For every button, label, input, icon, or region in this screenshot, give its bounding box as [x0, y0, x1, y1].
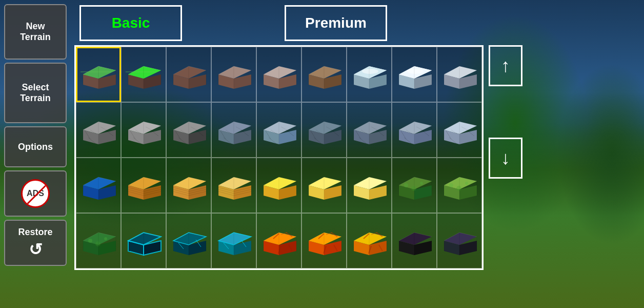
- svg-point-44: [362, 69, 378, 74]
- svg-point-234: [465, 182, 468, 185]
- terrain-cell-5[interactable]: [301, 47, 347, 102]
- scroll-up-button[interactable]: ↑: [489, 45, 522, 86]
- terrain-cell-6[interactable]: [347, 47, 392, 102]
- sidebar: NewTerrain SelectTerrain Options ADS Res…: [0, 0, 71, 308]
- svg-point-225: [420, 182, 423, 185]
- terrain-cell-35[interactable]: [437, 213, 482, 268]
- terrain-cell-21[interactable]: [211, 158, 256, 213]
- terrain-cell-8[interactable]: [437, 47, 482, 102]
- terrain-cell-27[interactable]: [76, 213, 121, 268]
- terrain-cell-32[interactable]: [301, 213, 347, 268]
- terrain-cell-2[interactable]: [166, 47, 211, 102]
- terrain-cell-33[interactable]: [347, 213, 392, 268]
- terrain-cell-25[interactable]: [392, 158, 437, 213]
- svg-point-233: [449, 183, 453, 187]
- terrain-cell-0[interactable]: [76, 47, 121, 102]
- svg-point-235: [456, 186, 461, 191]
- terrain-cell-20[interactable]: [166, 158, 211, 213]
- terrain-cell-34[interactable]: [392, 213, 437, 268]
- tab-basic[interactable]: Basic: [79, 5, 182, 41]
- no-ads-button[interactable]: ADS: [4, 170, 67, 217]
- svg-point-242: [88, 239, 92, 243]
- terrain-cell-9[interactable]: [76, 102, 121, 158]
- terrain-cell-17[interactable]: [437, 102, 482, 158]
- terrain-cell-22[interactable]: [256, 158, 301, 213]
- new-terrain-button[interactable]: NewTerrain: [4, 4, 67, 60]
- svg-rect-12: [126, 71, 157, 72]
- down-arrow-icon: ↓: [501, 147, 510, 169]
- terrain-cell-28[interactable]: [121, 213, 166, 268]
- terrain-cell-31[interactable]: [256, 213, 301, 268]
- terrain-cell-12[interactable]: [211, 102, 256, 158]
- nav-arrows: ↑ ↓: [489, 45, 522, 179]
- tab-premium[interactable]: Premium: [285, 5, 387, 41]
- terrain-cell-4[interactable]: [256, 47, 301, 102]
- terrain-cell-30[interactable]: [211, 213, 256, 268]
- options-label: Options: [18, 142, 53, 152]
- select-terrain-label: SelectTerrain: [20, 82, 51, 104]
- tab-bar: Basic Premium: [74, 5, 639, 41]
- svg-point-243: [104, 237, 107, 240]
- terrain-cell-26[interactable]: [437, 158, 482, 213]
- terrain-cell-16[interactable]: [392, 102, 437, 158]
- ads-icon: ADS: [21, 179, 50, 208]
- up-arrow-icon: ↑: [501, 55, 510, 76]
- select-terrain-button[interactable]: SelectTerrain: [4, 63, 67, 123]
- terrain-cell-7[interactable]: [392, 47, 437, 102]
- new-terrain-label: NewTerrain: [20, 21, 51, 43]
- tab-premium-label: Premium: [305, 15, 367, 31]
- terrain-cell-11[interactable]: [166, 102, 211, 158]
- svg-point-226: [411, 186, 416, 191]
- terrain-cell-23[interactable]: [301, 158, 347, 213]
- tab-basic-label: Basic: [112, 15, 150, 31]
- terrain-cell-29[interactable]: [166, 213, 211, 268]
- terrain-cell-13[interactable]: [256, 102, 301, 158]
- svg-point-224: [404, 183, 408, 187]
- terrain-cell-1[interactable]: [121, 47, 166, 102]
- terrain-grid: [74, 45, 484, 270]
- restore-icon: ↺: [29, 240, 43, 259]
- svg-point-244: [95, 241, 100, 246]
- terrain-cell-19[interactable]: [121, 158, 166, 213]
- terrain-cell-14[interactable]: [301, 102, 347, 158]
- svg-point-52: [407, 69, 424, 74]
- main-content: Basic Premium: [74, 5, 639, 303]
- restore-label: Restore: [18, 227, 52, 238]
- terrain-cell-10[interactable]: [121, 102, 166, 158]
- options-button[interactable]: Options: [4, 126, 67, 167]
- terrain-cell-18[interactable]: [76, 158, 121, 213]
- scroll-down-button[interactable]: ↓: [489, 138, 522, 179]
- terrain-cell-15[interactable]: [347, 102, 392, 158]
- terrain-cell-3[interactable]: [211, 47, 256, 102]
- restore-button[interactable]: Restore ↺: [4, 220, 67, 266]
- terrain-cell-24[interactable]: [347, 158, 392, 213]
- svg-rect-4: [80, 71, 112, 72]
- grid-wrapper: ↑ ↓: [74, 45, 639, 270]
